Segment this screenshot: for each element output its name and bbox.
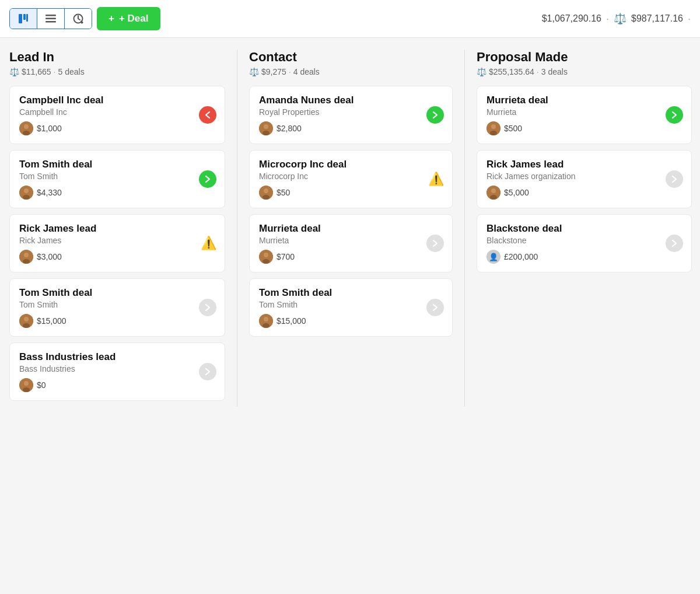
avatar <box>19 250 33 264</box>
dot-separator-1: · <box>606 13 609 25</box>
deal-title: Murrieta deal <box>487 95 682 106</box>
svg-point-18 <box>24 317 29 322</box>
svg-point-27 <box>264 188 268 193</box>
deal-title: Rick James lead <box>487 159 682 170</box>
deal-bottom: $0 <box>19 378 215 392</box>
column-lead-in: Lead In⚖️ $11,665 · 5 dealsCampbell Inc … <box>9 50 237 407</box>
deal-status-button[interactable] <box>199 170 216 188</box>
dot-separator-2: · <box>688 13 691 25</box>
avatar <box>19 378 33 392</box>
col-amount: $255,135.64 <box>489 67 534 76</box>
deal-card[interactable]: ⚠️Rick James leadRick James $3,000 <box>9 214 225 272</box>
col-header-contact: Contact⚖️ $9,275 · 4 deals <box>249 50 453 76</box>
deal-org: Rick James organization <box>487 172 682 181</box>
deal-status-button[interactable] <box>666 235 683 252</box>
svg-point-30 <box>264 253 268 257</box>
deal-amount: $15,000 <box>37 316 66 326</box>
svg-point-34 <box>262 323 270 328</box>
deal-status-button[interactable] <box>426 106 444 124</box>
svg-point-39 <box>491 188 496 193</box>
add-deal-button[interactable]: + + Deal <box>97 7 160 30</box>
deal-status-button[interactable] <box>666 106 683 124</box>
deal-org: Blackstone <box>487 236 682 245</box>
view-buttons <box>9 8 92 29</box>
deal-amount: $700 <box>276 252 295 261</box>
deal-card[interactable]: Murrieta dealMurrieta $500 <box>477 86 692 144</box>
deal-card[interactable]: Murrieta dealMurrieta $700 <box>249 214 453 272</box>
deal-card[interactable]: Tom Smith dealTom Smith $15,000 <box>9 278 225 337</box>
avatar <box>19 314 33 328</box>
col-deals-count: 5 deals <box>58 67 85 76</box>
deal-status-button[interactable] <box>426 235 444 252</box>
activity-view-button[interactable] <box>65 9 92 29</box>
deal-bottom: $15,000 <box>19 314 215 328</box>
svg-point-9 <box>24 124 29 129</box>
warning-icon: ⚠️ <box>201 236 216 251</box>
svg-point-10 <box>23 131 30 135</box>
deal-card[interactable]: Rick James leadRick James organization $… <box>477 150 692 208</box>
deal-amount: $15,000 <box>276 316 306 326</box>
deal-status-button[interactable] <box>426 299 444 316</box>
deal-org: Murrieta <box>487 107 682 117</box>
add-deal-label: + Deal <box>119 13 149 25</box>
deal-bottom: $1,000 <box>19 121 215 135</box>
svg-point-7 <box>81 22 83 24</box>
col-title-proposal-made: Proposal Made <box>477 50 692 65</box>
deal-amount: $2,800 <box>276 124 302 133</box>
svg-point-22 <box>23 387 30 392</box>
avatar: 👤 <box>487 250 501 264</box>
deal-card[interactable]: Tom Smith dealTom Smith $4,330 <box>9 150 225 208</box>
deal-bottom: $700 <box>259 250 443 264</box>
deal-title: Microcorp Inc deal <box>259 159 443 170</box>
svg-point-15 <box>24 253 29 257</box>
deal-status-button[interactable] <box>199 363 216 380</box>
deal-org: Microcorp Inc <box>259 172 443 181</box>
deal-status-button[interactable] <box>199 299 216 316</box>
deal-org: Murrieta <box>259 236 443 245</box>
deal-title: Tom Smith deal <box>19 159 215 170</box>
deal-status-button[interactable] <box>199 106 216 124</box>
deal-bottom: $500 <box>487 121 682 135</box>
deal-title: Rick James lead <box>19 223 215 235</box>
kanban-view-button[interactable] <box>10 9 37 29</box>
deal-card[interactable]: Bass Industries leadBass Industries $0 <box>9 343 225 401</box>
weighted-amount: $987,117.16 <box>631 13 683 24</box>
deal-title: Blackstone deal <box>487 223 682 235</box>
deal-title: Amanda Nunes deal <box>259 95 443 106</box>
deal-card[interactable]: Campbell Inc dealCampbell Inc $1,000 <box>9 86 225 144</box>
deal-org: Tom Smith <box>259 300 443 309</box>
totals-section: $1,067,290.16 · ⚖️ $987,117.16 · <box>542 12 691 25</box>
svg-point-40 <box>490 195 497 200</box>
deal-org: Campbell Inc <box>19 107 215 117</box>
plus-icon: + <box>108 13 114 25</box>
svg-rect-3 <box>46 15 56 16</box>
col-title-contact: Contact <box>249 50 453 65</box>
balance-icon-col: ⚖️ <box>249 67 259 76</box>
column-proposal-made: Proposal Made⚖️ $255,135.64 · 3 dealsMur… <box>464 50 692 407</box>
col-meta-proposal-made: ⚖️ $255,135.64 · 3 deals <box>477 67 692 76</box>
deal-bottom: $3,000 <box>19 250 215 264</box>
col-meta-contact: ⚖️ $9,275 · 4 deals <box>249 67 453 76</box>
deal-bottom: $15,000 <box>259 314 443 328</box>
svg-point-24 <box>264 124 268 129</box>
kanban-board: Lead In⚖️ $11,665 · 5 dealsCampbell Inc … <box>0 38 700 418</box>
svg-point-37 <box>490 131 497 135</box>
col-deals-count: 4 deals <box>293 67 320 76</box>
svg-point-31 <box>262 259 270 264</box>
deal-card[interactable]: Tom Smith dealTom Smith $15,000 <box>249 278 453 337</box>
deal-card[interactable]: ⚠️Microcorp Inc dealMicrocorp Inc $50 <box>249 150 453 208</box>
warning-icon: ⚠️ <box>428 172 444 187</box>
svg-point-19 <box>23 323 30 328</box>
deal-title: Bass Industries lead <box>19 351 215 363</box>
deal-status-button[interactable] <box>666 170 683 188</box>
list-view-button[interactable] <box>37 9 65 29</box>
avatar <box>259 314 273 328</box>
svg-point-16 <box>23 259 30 264</box>
deal-amount: $4,330 <box>37 188 62 197</box>
svg-rect-5 <box>46 21 56 23</box>
deal-card[interactable]: Blackstone dealBlackstone👤£200,000 <box>477 214 692 272</box>
svg-rect-1 <box>23 14 26 20</box>
svg-rect-0 <box>19 14 22 23</box>
deal-card[interactable]: Amanda Nunes dealRoyal Properties $2,800 <box>249 86 453 144</box>
col-meta-lead-in: ⚖️ $11,665 · 5 deals <box>9 67 225 76</box>
